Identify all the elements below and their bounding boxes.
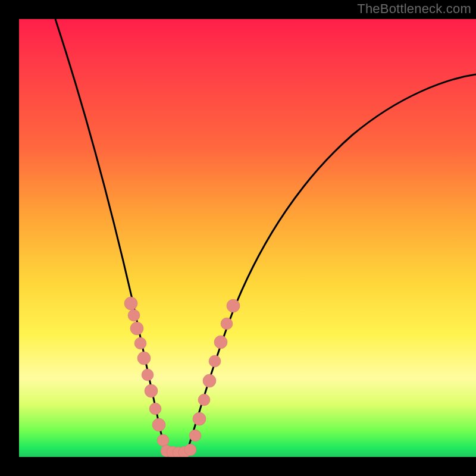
svg-point-5 [142, 369, 154, 381]
beads-right [189, 299, 240, 441]
chart-frame: TheBottleneck.com [0, 0, 476, 476]
svg-point-9 [157, 434, 169, 446]
svg-point-18 [203, 374, 216, 387]
beads-left [124, 297, 169, 446]
svg-point-4 [137, 352, 151, 365]
svg-point-15 [189, 430, 201, 441]
svg-point-21 [221, 318, 233, 330]
svg-point-22 [227, 299, 240, 312]
svg-point-2 [130, 322, 143, 335]
svg-point-0 [124, 297, 137, 310]
svg-point-19 [209, 355, 221, 367]
beads-bottom [161, 444, 196, 457]
plot-area [19, 19, 476, 457]
watermark-text: TheBottleneck.com [357, 1, 471, 17]
svg-point-14 [184, 444, 196, 456]
svg-point-3 [134, 337, 146, 349]
svg-point-20 [214, 336, 227, 349]
svg-point-1 [128, 309, 140, 321]
curve-layer [19, 19, 476, 457]
svg-point-8 [152, 418, 165, 431]
svg-point-7 [149, 403, 161, 415]
right-curve [186, 74, 476, 456]
svg-point-17 [198, 394, 210, 406]
svg-point-6 [145, 384, 158, 397]
svg-point-16 [193, 412, 206, 425]
